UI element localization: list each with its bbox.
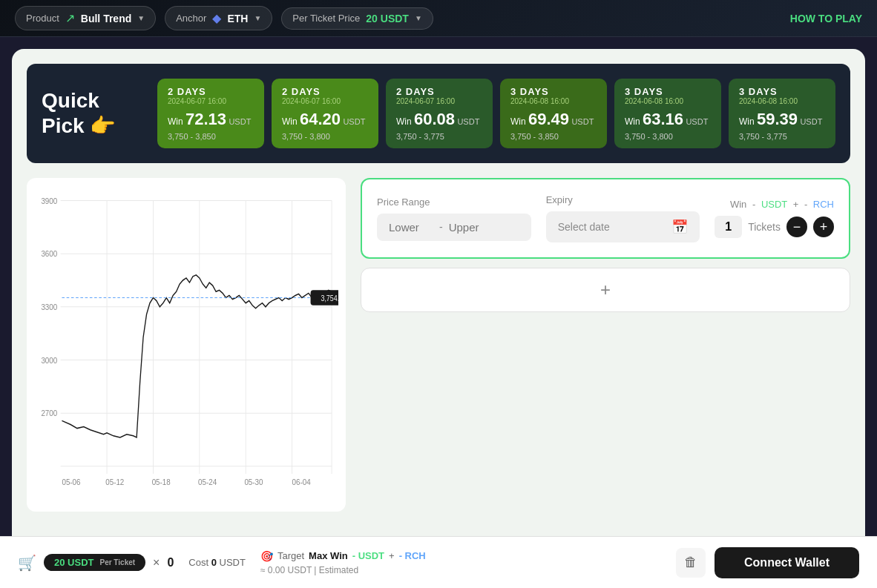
- pick-card-date: 2024-06-08 16:00: [739, 97, 825, 105]
- bottom-section: 3900 3600 3300 3000 2700 05-06 05-12 05-…: [27, 178, 850, 512]
- pick-card-win: Win 64.20 USDT: [282, 110, 368, 129]
- ticket-price-label: Per Ticket Price: [292, 13, 360, 24]
- pick-card-range: 3,750 - 3,800: [625, 132, 711, 141]
- win-col: Win - USDT + - RCH 1 Tickets − +: [715, 199, 834, 238]
- pick-card-days: 3 DAYS: [510, 86, 597, 97]
- pick-card[interactable]: 3 DAYS 2024-06-08 16:00 Win 63.16 USDT 3…: [614, 79, 721, 148]
- win-usdt-label: USDT: [761, 199, 787, 210]
- estimated-value: ≈ 0.00 USDT | Estimated: [260, 565, 426, 575]
- pick-cards: 2 DAYS 2024-06-07 16:00 Win 72.13 USDT 3…: [157, 79, 835, 148]
- footer-win-usdt: - USDT: [352, 550, 384, 561]
- pick-card[interactable]: 2 DAYS 2024-06-07 16:00 Win 72.13 USDT 3…: [157, 79, 264, 148]
- anchor-chevron-icon: ▼: [254, 14, 261, 22]
- price-chart: 3900 3600 3300 3000 2700 05-06 05-12 05-…: [34, 185, 338, 504]
- quick-pick-title: Quick Pick 👉: [42, 88, 145, 138]
- lower-input[interactable]: [389, 221, 433, 234]
- pick-card-range: 3,750 - 3,800: [282, 132, 368, 141]
- win-label: Win - USDT + - RCH: [715, 199, 834, 210]
- svg-text:05-18: 05-18: [152, 478, 171, 487]
- footer-cost: Cost 0 USDT: [188, 557, 246, 568]
- target-top: 🎯 Target Max Win - USDT + - RCH: [260, 550, 426, 562]
- pick-card[interactable]: 2 DAYS 2024-06-07 16:00 Win 60.08 USDT 3…: [386, 79, 493, 148]
- ticket-price-selector[interactable]: Per Ticket Price 20 USDT ▼: [281, 7, 433, 30]
- win-rch-label: RCH: [813, 199, 834, 210]
- calendar-icon: 📅: [671, 219, 688, 235]
- pick-card-range: 3,750 - 3,850: [168, 132, 254, 141]
- pick-card[interactable]: 3 DAYS 2024-06-08 16:00 Win 59.39 USDT 3…: [729, 79, 835, 148]
- anchor-selector[interactable]: Anchor ◆ ETH ▼: [165, 6, 272, 30]
- svg-text:05-12: 05-12: [105, 478, 124, 487]
- expiry-label: Expiry: [546, 194, 700, 205]
- quick-pick-section: Quick Pick 👉 2 DAYS 2024-06-07 16:00 Win…: [27, 64, 850, 163]
- svg-text:05-06: 05-06: [62, 478, 80, 487]
- svg-text:3600: 3600: [41, 249, 57, 259]
- svg-text:3,754.26: 3,754.26: [321, 294, 338, 303]
- pick-card-win: Win 63.16 USDT: [625, 110, 711, 129]
- pick-card-win: Win 59.39 USDT: [739, 110, 825, 129]
- svg-text:3900: 3900: [41, 196, 57, 205]
- eth-icon: ◆: [212, 11, 221, 25]
- right-panel: Price Range - Expiry Select date 📅: [361, 178, 850, 312]
- pick-card-range: 3,750 - 3,775: [739, 132, 825, 141]
- expiry-wrapper[interactable]: Select date 📅: [546, 211, 700, 242]
- expiry-placeholder: Select date: [558, 221, 610, 233]
- pick-card-days: 2 DAYS: [396, 86, 482, 97]
- main-content: Quick Pick 👉 2 DAYS 2024-06-07 16:00 Win…: [12, 49, 865, 583]
- pick-card-date: 2024-06-07 16:00: [396, 97, 482, 105]
- win-dash2: -: [804, 199, 807, 210]
- connect-wallet-button[interactable]: Connect Wallet: [715, 547, 859, 578]
- increase-tickets-button[interactable]: +: [813, 217, 834, 237]
- svg-text:05-24: 05-24: [198, 478, 217, 487]
- range-separator: -: [439, 221, 443, 233]
- footer-bar: 🛒 20 USDT Per Ticket × 0 Cost 0 USDT 🎯 T…: [0, 536, 877, 588]
- pick-card-days: 2 DAYS: [168, 86, 254, 97]
- footer-price: 20 USDT: [54, 557, 93, 568]
- cart-icon: 🛒: [18, 554, 36, 572]
- product-label: Product: [26, 13, 59, 24]
- pick-card-days: 3 DAYS: [625, 86, 711, 97]
- pick-card-date: 2024-06-08 16:00: [625, 97, 711, 105]
- upper-input[interactable]: [449, 221, 493, 234]
- pick-card-days: 2 DAYS: [282, 86, 368, 97]
- price-range-label: Price Range: [377, 196, 531, 208]
- pick-card-days: 3 DAYS: [739, 86, 825, 97]
- svg-text:06-04: 06-04: [292, 478, 311, 487]
- product-value: Bull Trend: [81, 13, 131, 24]
- add-more-box[interactable]: +: [361, 268, 850, 312]
- cost-text: Cost 0 USDT: [188, 557, 246, 568]
- product-selector[interactable]: Product ↗ Bull Trend ▼: [15, 6, 156, 30]
- svg-text:3300: 3300: [41, 302, 57, 311]
- product-chevron-icon: ▼: [137, 14, 145, 22]
- how-to-play-link[interactable]: HOW TO PLAY: [790, 13, 862, 24]
- target-section: 🎯 Target Max Win - USDT + - RCH ≈ 0.00 U…: [260, 550, 426, 575]
- pick-card-win: Win 60.08 USDT: [396, 110, 482, 129]
- tickets-row: 1 Tickets − +: [715, 216, 834, 238]
- svg-text:2700: 2700: [41, 409, 57, 418]
- svg-text:3000: 3000: [41, 355, 57, 365]
- add-more-icon: +: [600, 280, 611, 300]
- cost-value: 0: [211, 557, 217, 568]
- pick-card-win: Win 72.13 USDT: [168, 110, 254, 129]
- range-input-wrapper: -: [377, 214, 531, 241]
- chart-container: 3900 3600 3300 3000 2700 05-06 05-12 05-…: [27, 178, 346, 512]
- ticket-price-badge: 20 USDT Per Ticket: [44, 554, 145, 571]
- price-range-col: Price Range -: [377, 196, 531, 241]
- footer-win-rch: - RCH: [399, 550, 426, 561]
- trash-button[interactable]: 🗑: [676, 548, 706, 578]
- anchor-label: Anchor: [176, 13, 206, 24]
- pick-card[interactable]: 3 DAYS 2024-06-08 16:00 Win 69.49 USDT 3…: [500, 79, 607, 148]
- footer-quantity: 0: [167, 556, 174, 569]
- pick-card-date: 2024-06-07 16:00: [282, 97, 368, 105]
- target-label: Target: [277, 550, 304, 561]
- quick-pick-emoji: 👉: [90, 114, 116, 137]
- pick-card-range: 3,750 - 3,850: [510, 132, 597, 141]
- tickets-label: Tickets: [748, 221, 781, 233]
- trend-icon: ↗: [65, 11, 75, 25]
- pick-card-range: 3,750 - 3,775: [396, 132, 482, 141]
- ticket-price-value: 20 USDT: [366, 13, 409, 24]
- trash-icon: 🗑: [684, 555, 697, 570]
- ticket-count: 1: [715, 216, 742, 238]
- decrease-tickets-button[interactable]: −: [786, 217, 807, 237]
- pick-card[interactable]: 2 DAYS 2024-06-07 16:00 Win 64.20 USDT 3…: [272, 79, 378, 148]
- price-range-row: Price Range - Expiry Select date 📅: [377, 194, 834, 242]
